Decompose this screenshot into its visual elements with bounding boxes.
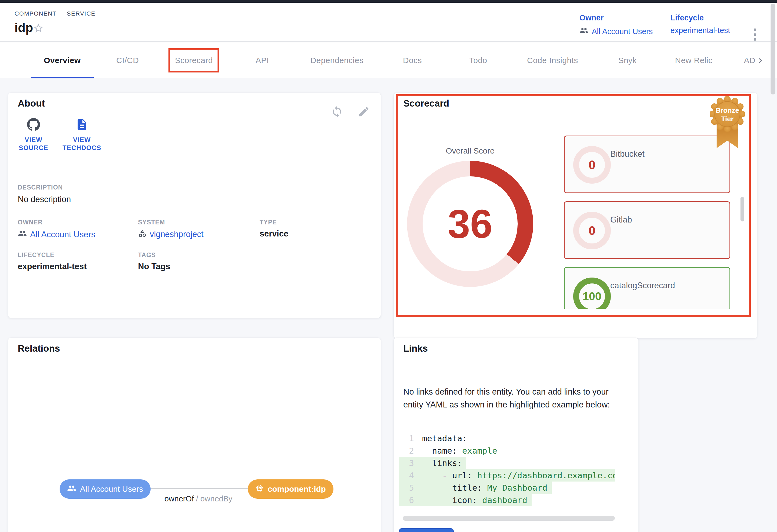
relation-edge-line bbox=[149, 489, 248, 489]
owner-label: Owner bbox=[579, 13, 653, 22]
lifecycle-field-label: LIFECYCLE bbox=[18, 252, 54, 259]
tab-api[interactable]: API bbox=[255, 42, 269, 79]
view-source-link[interactable]: VIEW SOURCE bbox=[16, 118, 51, 152]
bronze-tier-badge: Bronze Tier bbox=[710, 94, 745, 153]
relations-card: Relations All Account Users component:id… bbox=[8, 338, 381, 532]
score-ring: 100 bbox=[573, 278, 611, 309]
relation-separator: / bbox=[194, 495, 200, 503]
type-field-value: service bbox=[260, 229, 288, 239]
tab-snyk[interactable]: Snyk bbox=[618, 42, 637, 79]
chip-icon bbox=[255, 484, 264, 495]
relation-edge-label: ownerOf / ownedBy bbox=[149, 495, 248, 503]
tabs-strip: OverviewCI/CDScorecardAPIDependenciesDoc… bbox=[0, 42, 755, 79]
scorecard-card: Scorecard bbox=[394, 93, 757, 338]
owner-field-value: All Account Users bbox=[30, 230, 95, 239]
lifecycle-label: Lifecycle bbox=[670, 13, 730, 22]
relation-reverse-label: ownedBy bbox=[200, 495, 232, 503]
code-line-1: 1metadata: bbox=[399, 432, 471, 444]
overall-score-label: Overall Score bbox=[415, 146, 525, 155]
tab-docs[interactable]: Docs bbox=[403, 42, 422, 79]
tags-field-value: No Tags bbox=[138, 262, 170, 271]
component-page: COMPONENT — SERVICE idp Owner All Accoun… bbox=[0, 0, 777, 532]
links-card: Links No links defined for this entity. … bbox=[394, 338, 639, 532]
edit-pencil-icon[interactable] bbox=[358, 106, 370, 118]
page-title: idp bbox=[14, 20, 33, 35]
entity-tabbar: OverviewCI/CDScorecardAPIDependenciesDoc… bbox=[0, 42, 777, 79]
badge-line2: Tier bbox=[721, 115, 734, 123]
entity-header: COMPONENT — SERVICE idp Owner All Accoun… bbox=[0, 3, 777, 42]
tab-ci-cd[interactable]: CI/CD bbox=[116, 42, 139, 79]
breadcrumb: COMPONENT — SERVICE bbox=[14, 10, 96, 17]
relation-node-owner-label: All Account Users bbox=[80, 485, 143, 494]
system-field-label: SYSTEM bbox=[138, 219, 165, 226]
tab-dependencies[interactable]: Dependencies bbox=[310, 42, 363, 79]
system-field-link[interactable]: vigneshproject bbox=[138, 229, 204, 240]
relation-node-owner[interactable]: All Account Users bbox=[60, 480, 151, 499]
tab-scorecard[interactable]: Scorecard bbox=[175, 42, 213, 79]
github-icon bbox=[16, 118, 51, 132]
cut-off-blue-button[interactable] bbox=[399, 528, 454, 532]
page-scrollbar[interactable] bbox=[771, 4, 775, 95]
score-item-name: Bitbucket bbox=[610, 149, 645, 159]
people-icon bbox=[579, 26, 588, 37]
score-item-name: catalogScorecard bbox=[610, 281, 675, 290]
score-item-catalogscorecard[interactable]: 100catalogScorecard bbox=[564, 267, 730, 309]
lifecycle-block: Lifecycle experimental-test bbox=[670, 13, 730, 35]
about-title: About bbox=[18, 98, 45, 109]
code-line-4: 4 - url: https://dashboard.example.co bbox=[399, 469, 615, 482]
description-label: DESCRIPTION bbox=[18, 184, 63, 191]
refresh-icon[interactable] bbox=[331, 106, 343, 118]
description-value: No description bbox=[18, 194, 71, 204]
active-tab-underline bbox=[31, 77, 94, 79]
relation-forward-label: ownerOf bbox=[164, 495, 194, 503]
owner-link[interactable]: All Account Users bbox=[579, 26, 653, 37]
tags-field-label: TAGS bbox=[138, 252, 156, 259]
lifecycle-field-value: experimental-test bbox=[18, 262, 87, 271]
people-icon bbox=[18, 229, 27, 240]
relations-title: Relations bbox=[18, 343, 60, 354]
score-ring: 0 bbox=[573, 212, 611, 249]
tab-ad[interactable]: AD bbox=[744, 42, 755, 79]
code-line-6: 6 icon: dashboard bbox=[399, 494, 532, 506]
score-item-gitlab[interactable]: 0Gitlab bbox=[564, 201, 730, 259]
tab-code-insights[interactable]: Code Insights bbox=[527, 42, 578, 79]
window-top-bar bbox=[0, 0, 777, 3]
owner-value: All Account Users bbox=[592, 27, 653, 36]
tab-new-relic[interactable]: New Relic bbox=[675, 42, 712, 79]
type-field-label: TYPE bbox=[260, 219, 277, 226]
techdocs-document-icon bbox=[62, 118, 102, 132]
code-line-3: 3 links: bbox=[399, 457, 466, 469]
scorecard-tab-highlight-annotation bbox=[169, 48, 219, 73]
owner-block: Owner All Account Users bbox=[579, 13, 653, 37]
code-line-2: 2 name: example bbox=[399, 444, 502, 457]
score-item-name: Gitlab bbox=[610, 215, 632, 225]
view-source-label: VIEW SOURCE bbox=[19, 136, 48, 151]
badge-line1: Bronze bbox=[715, 106, 739, 114]
lifecycle-value: experimental-test bbox=[670, 26, 730, 35]
score-item-bitbucket[interactable]: 0Bitbucket bbox=[564, 136, 730, 193]
code-horizontal-scrollbar[interactable] bbox=[403, 516, 615, 521]
tab-todo[interactable]: Todo bbox=[469, 42, 487, 79]
favorite-star-icon[interactable] bbox=[33, 22, 44, 34]
links-title: Links bbox=[403, 343, 428, 354]
owner-field-link[interactable]: All Account Users bbox=[18, 229, 95, 240]
overall-score-value: 36 bbox=[448, 201, 493, 247]
more-options-kebab-icon[interactable] bbox=[751, 26, 759, 43]
overall-score-donut: 36 bbox=[407, 161, 533, 287]
about-card: About VIEW SOURCE VIEW TECHDOCS DESCRIPT… bbox=[8, 93, 381, 318]
tabs-scroll-chevron-right-icon[interactable] bbox=[756, 56, 765, 65]
system-category-icon bbox=[138, 229, 146, 240]
view-techdocs-label: VIEW TECHDOCS bbox=[63, 136, 101, 151]
view-techdocs-link[interactable]: VIEW TECHDOCS bbox=[62, 118, 102, 152]
scorecard-title: Scorecard bbox=[403, 98, 449, 109]
people-icon bbox=[67, 484, 76, 495]
tab-overview[interactable]: Overview bbox=[44, 42, 81, 79]
score-list-scrollbar[interactable] bbox=[741, 197, 744, 222]
relation-node-component[interactable]: component:idp bbox=[248, 480, 333, 499]
score-ring: 0 bbox=[573, 146, 611, 183]
relation-node-component-label: component:idp bbox=[268, 485, 326, 494]
code-line-5: 5 title: My Dashboard bbox=[399, 482, 552, 494]
links-empty-message: No links defined for this entity. You ca… bbox=[403, 385, 624, 411]
score-items-list: 0Bitbucket0Gitlab100catalogScorecard bbox=[564, 136, 730, 309]
yaml-example-code: 1metadata:2 name: example3 links:4 - url… bbox=[399, 432, 615, 506]
